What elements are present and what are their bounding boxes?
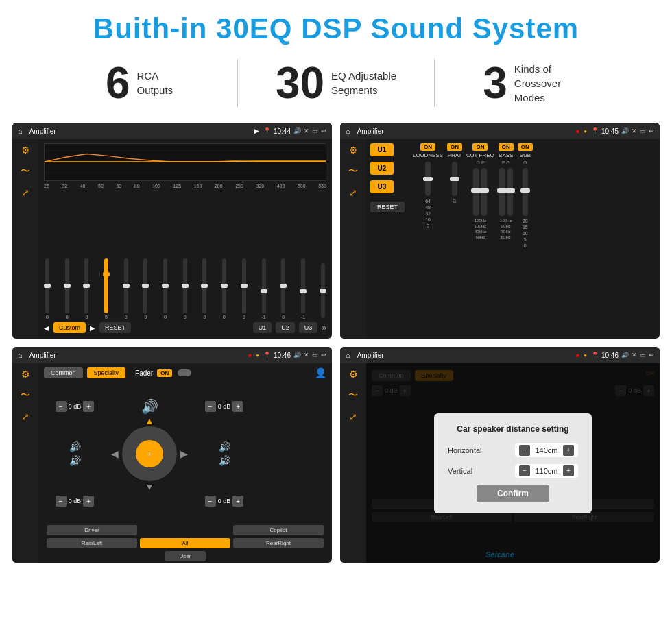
s3-user-btn[interactable]: User — [165, 551, 206, 561]
s3-back-icon[interactable]: ↩ — [321, 352, 326, 358]
s2-phat-on[interactable]: ON — [447, 143, 462, 151]
s4-window-icon[interactable]: ▭ — [640, 352, 646, 358]
eq-back-icon[interactable]: ◀ — [44, 324, 49, 332]
s3-toggle[interactable] — [178, 369, 191, 376]
s3-copilot-btn[interactable]: Copilot — [233, 525, 324, 535]
s2-wave-icon[interactable]: 〜 — [348, 165, 358, 178]
s3-profile-icon[interactable]: 👤 — [315, 367, 326, 378]
s4-back-icon[interactable]: ↩ — [649, 352, 654, 358]
s3-eq-icon[interactable]: ⚙ — [21, 369, 30, 380]
s2-u1-btn[interactable]: U1 — [370, 143, 394, 156]
s3-bl-plus[interactable]: + — [83, 496, 94, 507]
eq-reset-btn[interactable]: RESET — [99, 322, 131, 333]
eq-slider-0[interactable]: 0 — [45, 258, 49, 319]
eq-u1-btn[interactable]: U1 — [253, 322, 272, 333]
s3-tl-minus[interactable]: − — [56, 401, 67, 412]
s2-bass-slider1[interactable] — [499, 168, 505, 216]
eq-slider-2[interactable]: 0 — [84, 258, 88, 319]
s3-x-icon[interactable]: ✕ — [304, 352, 309, 358]
s2-loudness-slider[interactable] — [425, 162, 431, 196]
freq-100: 100 — [152, 184, 160, 188]
s3-driver-btn[interactable]: Driver — [47, 525, 137, 535]
eq-slider-14[interactable] — [321, 263, 325, 319]
s3-home-icon[interactable]: ⌂ — [18, 351, 23, 359]
eq-slider-5[interactable]: 0 — [143, 258, 147, 319]
s2-cutfreq-slider1[interactable] — [473, 168, 479, 216]
s2-bass-freq: 100Hz — [500, 219, 512, 223]
s3-bl-minus[interactable]: − — [56, 496, 67, 507]
eq-slider-12[interactable]: 0 — [281, 258, 285, 319]
s4-expand-icon[interactable]: ⤢ — [349, 411, 357, 422]
s3-all-btn[interactable]: All — [140, 538, 230, 548]
s1-home-icon[interactable]: ⌂ — [18, 127, 23, 135]
s3-tab-common[interactable]: Common — [44, 367, 83, 378]
s4-home-icon[interactable]: ⌂ — [346, 351, 350, 359]
s3-rearleft-btn[interactable]: RearLeft — [47, 538, 137, 548]
s2-window-icon[interactable]: ▭ — [640, 127, 646, 134]
stats-row: 6 RCAOutputs 30 EQ AdjustableSegments 3 … — [0, 52, 672, 119]
s3-fader-inner[interactable]: + — [136, 440, 163, 467]
s3-tl-plus[interactable]: + — [83, 401, 94, 412]
s3-on-badge[interactable]: ON — [157, 369, 172, 377]
eq-u2-btn[interactable]: U2 — [276, 322, 295, 333]
s2-u2-btn[interactable]: U2 — [370, 162, 394, 175]
eq-slider-3[interactable]: 5 — [104, 258, 108, 319]
s3-window-icon[interactable]: ▭ — [312, 352, 318, 358]
s3-right-speakers: 🔊 🔊 — [219, 441, 230, 466]
eq-slider-13[interactable]: -1 — [301, 258, 305, 319]
s2-eq-icon[interactable]: ⚙ — [349, 145, 358, 156]
s2-phat-slider[interactable] — [452, 162, 457, 196]
s3-tab-specialty[interactable]: Specialty — [87, 367, 126, 378]
s2-reset-btn[interactable]: RESET — [370, 202, 405, 212]
s3-wave-icon[interactable]: 〜 — [21, 389, 30, 402]
s2-bass-gf: F G — [502, 160, 510, 165]
s4-v-plus-btn[interactable]: + — [563, 465, 574, 476]
s4-confirm-btn[interactable]: Confirm — [477, 485, 549, 502]
eq-slider-8[interactable]: 0 — [202, 258, 206, 319]
s1-window-icon[interactable]: ▭ — [312, 127, 318, 134]
eq-u3-btn[interactable]: U3 — [299, 322, 318, 333]
s3-br-plus[interactable]: + — [232, 496, 243, 507]
eq-slider-7[interactable]: 0 — [183, 258, 187, 319]
s4-h-plus-btn[interactable]: + — [563, 445, 574, 456]
s2-expand-icon[interactable]: ⤢ — [349, 187, 357, 198]
s3-tr-minus[interactable]: − — [205, 401, 216, 412]
eq-slider-11[interactable]: -1 — [261, 258, 265, 319]
s2-u3-btn[interactable]: U3 — [370, 180, 394, 193]
s1-x-icon[interactable]: ✕ — [304, 127, 309, 134]
s4-eq-icon[interactable]: ⚙ — [349, 369, 358, 380]
s3-expand-icon[interactable]: ⤢ — [21, 411, 29, 422]
s3-dot-icon: ● — [256, 352, 259, 358]
s3-br-minus[interactable]: − — [205, 496, 216, 507]
s2-cutfreq-slider2[interactable] — [481, 168, 487, 216]
s4-wave-icon[interactable]: 〜 — [348, 389, 358, 402]
s2-bass-on[interactable]: ON — [499, 143, 514, 151]
s1-back-icon[interactable]: ↩ — [321, 127, 326, 134]
s2-sub-on[interactable]: ON — [518, 143, 533, 151]
s2-bass-slider2[interactable] — [507, 168, 513, 216]
s2-x-icon[interactable]: ✕ — [632, 127, 637, 134]
s1-eq-icon[interactable]: ⚙ — [21, 145, 30, 156]
s1-play-icon[interactable]: ▶ — [254, 127, 259, 134]
eq-more-icon[interactable]: » — [322, 323, 326, 332]
eq-slider-9[interactable]: 0 — [222, 258, 226, 319]
s1-expand-icon[interactable]: ⤢ — [21, 187, 29, 198]
eq-slider-6[interactable]: 0 — [163, 258, 167, 319]
s2-loudness-on[interactable]: ON — [420, 143, 435, 151]
eq-custom-btn[interactable]: Custom — [53, 322, 86, 333]
s2-cutfreq-gf: G F — [477, 160, 485, 165]
eq-slider-1[interactable]: 0 — [65, 258, 69, 319]
s2-home-icon[interactable]: ⌂ — [346, 127, 350, 135]
eq-slider-10[interactable]: 0 — [242, 258, 246, 319]
s3-rearright-btn[interactable]: RearRight — [233, 538, 324, 548]
s2-sub-slider[interactable] — [523, 168, 528, 216]
eq-slider-4[interactable]: 0 — [124, 258, 128, 319]
s2-cutfreq-on[interactable]: ON — [472, 143, 488, 151]
s1-wave-icon[interactable]: 〜 — [21, 165, 30, 178]
s4-x-icon[interactable]: ✕ — [632, 352, 637, 358]
s2-back-icon[interactable]: ↩ — [649, 127, 654, 134]
s4-v-minus-btn[interactable]: − — [519, 465, 530, 476]
s4-h-minus-btn[interactable]: − — [519, 445, 530, 456]
eq-forward-icon[interactable]: ▶ — [90, 324, 95, 332]
s3-tr-plus[interactable]: + — [232, 401, 243, 412]
